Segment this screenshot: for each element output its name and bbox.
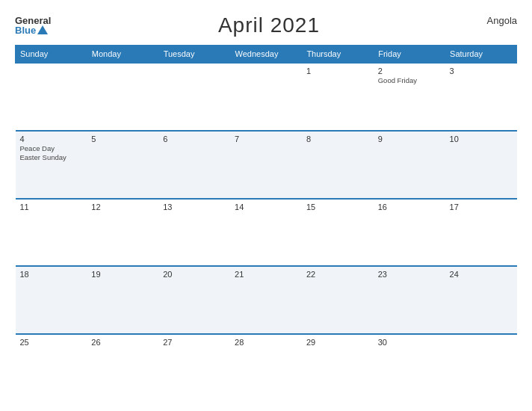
- calendar-cell: 17: [445, 199, 517, 267]
- event-label: Peace Day: [20, 144, 83, 152]
- calendar-cell: 19: [87, 266, 158, 334]
- day-number: 13: [163, 203, 226, 211]
- calendar-cell: 22: [302, 266, 374, 334]
- calendar-cell: 2Good Friday: [374, 63, 445, 131]
- days-header-row: SundayMondayTuesdayWednesdayThursdayFrid…: [16, 46, 517, 64]
- day-header-saturday: Saturday: [445, 46, 517, 64]
- day-number: 26: [91, 338, 154, 347]
- calendar-cell: 26: [87, 334, 158, 402]
- calendar-cell: [158, 63, 230, 131]
- calendar-title: April 2021: [218, 13, 320, 37]
- day-number: 2: [378, 67, 441, 75]
- calendar-cell: [445, 334, 517, 402]
- calendar-cell: 7: [230, 131, 302, 199]
- day-header-thursday: Thursday: [302, 46, 374, 64]
- day-number: 12: [91, 203, 154, 211]
- day-number: 9: [378, 135, 441, 143]
- logo: General Blue: [15, 16, 51, 35]
- calendar-cell: [16, 63, 87, 131]
- calendar-cell: 24: [445, 266, 517, 334]
- calendar-cell: 6: [158, 131, 230, 199]
- day-number: 3: [450, 67, 513, 75]
- calendar-cell: 27: [158, 334, 230, 402]
- day-number: 7: [235, 135, 297, 143]
- calendar-cell: [230, 63, 302, 131]
- day-number: 15: [306, 203, 369, 211]
- day-header-friday: Friday: [374, 46, 445, 64]
- header: General Blue April 2021 Angola: [15, 13, 517, 37]
- calendar-cell: 28: [230, 334, 302, 402]
- day-header-sunday: Sunday: [16, 46, 87, 64]
- event-label: Good Friday: [378, 76, 441, 84]
- calendar-cell: 10: [445, 131, 517, 199]
- day-number: 16: [378, 203, 441, 211]
- day-number: 19: [91, 270, 154, 279]
- week-row-1: 4Peace DayEaster Sunday5678910: [16, 131, 517, 199]
- week-row-2: 11121314151617: [16, 199, 517, 267]
- calendar-cell: [87, 63, 158, 131]
- calendar-table: SundayMondayTuesdayWednesdayThursdayFrid…: [15, 45, 517, 402]
- calendar-cell: 4Peace DayEaster Sunday: [16, 131, 87, 199]
- event-label: Easter Sunday: [20, 153, 83, 161]
- day-number: 11: [20, 203, 83, 211]
- day-header-monday: Monday: [87, 46, 158, 64]
- day-number: 1: [306, 67, 369, 75]
- day-number: 21: [235, 270, 297, 279]
- calendar-cell: 29: [302, 334, 374, 402]
- day-number: 20: [163, 270, 226, 279]
- calendar-page: General Blue April 2021 Angola SundayMon…: [0, 0, 532, 411]
- calendar-cell: 14: [230, 199, 302, 267]
- day-number: 23: [378, 270, 441, 279]
- day-number: 29: [306, 338, 369, 347]
- calendar-cell: 11: [16, 199, 87, 267]
- calendar-cell: 1: [302, 63, 374, 131]
- calendar-cell: 16: [374, 199, 445, 267]
- day-number: 8: [306, 135, 369, 143]
- country-name: Angola: [487, 15, 517, 26]
- calendar-cell: 18: [16, 266, 87, 334]
- day-number: 6: [163, 135, 226, 143]
- day-number: 18: [20, 270, 83, 279]
- week-row-0: 12Good Friday3: [16, 63, 517, 131]
- calendar-cell: 8: [302, 131, 374, 199]
- day-number: 14: [235, 203, 297, 211]
- week-row-3: 18192021222324: [16, 266, 517, 334]
- logo-blue-text: Blue: [15, 25, 51, 35]
- calendar-cell: 25: [16, 334, 87, 402]
- day-header-tuesday: Tuesday: [158, 46, 230, 64]
- calendar-cell: 9: [374, 131, 445, 199]
- calendar-cell: 3: [445, 63, 517, 131]
- logo-triangle-icon: [37, 25, 48, 34]
- week-row-4: 252627282930: [16, 334, 517, 402]
- day-number: 4: [20, 135, 83, 143]
- calendar-cell: 30: [374, 334, 445, 402]
- day-number: 22: [306, 270, 369, 279]
- day-header-wednesday: Wednesday: [230, 46, 302, 64]
- calendar-cell: 12: [87, 199, 158, 267]
- day-number: 17: [450, 203, 513, 211]
- calendar-cell: 21: [230, 266, 302, 334]
- day-number: 28: [235, 338, 297, 347]
- day-number: 30: [378, 338, 441, 347]
- calendar-cell: 23: [374, 266, 445, 334]
- calendar-cell: 20: [158, 266, 230, 334]
- calendar-cell: 5: [87, 131, 158, 199]
- day-number: 5: [91, 135, 154, 143]
- calendar-cell: 13: [158, 199, 230, 267]
- day-number: 24: [450, 270, 513, 279]
- calendar-cell: 15: [302, 199, 374, 267]
- day-number: 10: [450, 135, 513, 143]
- day-number: 27: [163, 338, 226, 347]
- day-number: 25: [20, 338, 83, 347]
